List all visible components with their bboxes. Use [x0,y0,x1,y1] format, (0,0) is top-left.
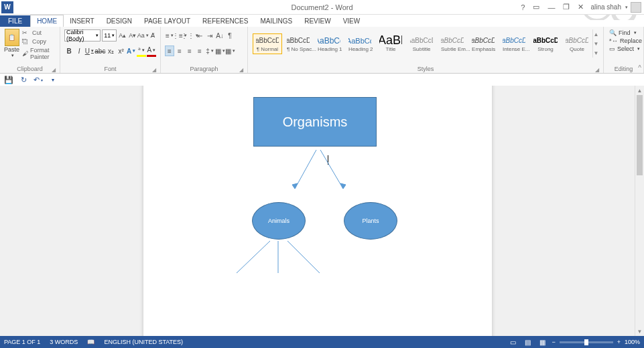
status-words[interactable]: 3 WORDS [50,339,78,345]
find-button[interactable]: 🔍Find▾ [608,29,639,37]
format-painter-button[interactable]: 🖌Format Painter [21,46,56,61]
multilevel-list-button[interactable]: ⋮⋮▾ [185,30,194,41]
subscript-button[interactable]: x₂ [106,45,115,57]
style-item-heading-2[interactable]: AaBbCcHeading 2 [345,33,375,54]
collapse-ribbon-icon[interactable]: ^ [638,64,641,72]
style-item-subtitle[interactable]: AaBbCcDSubtitle [407,33,436,54]
save-button[interactable]: 💾 [4,75,13,84]
change-case-button[interactable]: Aa▾ [138,30,147,41]
paste-button[interactable]: 📋 Paste▾ [4,29,19,61]
grow-font-button[interactable]: A▴ [118,30,127,41]
connector-3[interactable] [283,240,324,277]
web-layout-button[interactable]: ▦ [537,337,548,347]
decrease-indent-button[interactable]: ⇤ [195,30,204,41]
style-item-strong[interactable]: AaBbCcDdStrong [530,33,561,54]
style-item-emphasis[interactable]: AaBbCcDdEmphasis [468,33,498,54]
style-item-intense-e-[interactable]: AaBbCcDdIntense E... [499,33,529,54]
style-item-quote[interactable]: AaBbCcDdQuote [562,33,592,54]
copy-button[interactable]: ⿻Copy [21,37,56,46]
select-label: Select [617,46,634,52]
restore-icon[interactable]: ❐ [562,3,571,11]
tab-references[interactable]: REFERENCES [196,15,254,27]
paragraph-launcher[interactable]: ◢ [239,67,243,73]
tab-review[interactable]: REVIEW [298,15,336,27]
clipboard-launcher[interactable]: ◢ [52,67,56,73]
styles-scroll-down[interactable]: ▼ [593,39,599,48]
connector-2[interactable] [275,240,281,277]
tab-file[interactable]: FILE [0,15,30,27]
superscript-button[interactable]: x² [117,45,126,57]
scroll-thumb[interactable] [637,95,643,175]
help-icon[interactable]: ? [519,3,526,11]
styles-expand[interactable]: ▼ [593,48,599,58]
zoom-slider-thumb[interactable] [584,339,588,345]
style-item-subtle-em-[interactable]: AaBbCcDdSubtle Em... [438,33,467,54]
tab-page-layout[interactable]: PAGE LAYOUT [138,15,196,27]
underline-button[interactable]: U▾ [84,45,94,57]
shape-plants[interactable]: Plants [344,202,397,240]
clear-formatting-button[interactable]: A̸ [149,30,156,41]
zoom-slider[interactable] [560,341,613,343]
shape-organisms[interactable]: Organisms [253,97,377,147]
shape-animals[interactable]: Animals [252,202,306,240]
bold-button[interactable]: B [64,45,74,57]
style-item-title[interactable]: AaBlTitle [376,33,405,54]
style-preview: AaBbCcDd [472,35,495,46]
tab-insert[interactable]: INSERT [64,15,101,27]
italic-button[interactable]: I [74,45,84,57]
styles-scroll-up[interactable]: ▲ [593,29,599,39]
strikethrough-button[interactable]: abc [94,45,105,57]
cut-button[interactable]: ✂Cut [21,29,56,37]
font-size-combo[interactable]: 11▾ [102,29,117,41]
qat-customize-button[interactable]: ▾ [48,75,58,84]
shrink-font-button[interactable]: A▾ [128,30,137,41]
style-item-heading-1[interactable]: AaBbCcHeading 1 [314,33,344,54]
ribbon-options-icon[interactable]: ▭ [531,3,541,11]
text-effects-button[interactable]: A▾ [127,45,136,57]
undo-button[interactable]: ↶▾ [34,75,43,84]
scroll-up-button[interactable]: ▲ [635,86,644,95]
tab-home[interactable]: HOME [30,15,64,27]
tab-design[interactable]: DESIGN [101,15,138,27]
status-language[interactable]: ENGLISH (UNITED STATES) [104,339,183,345]
select-button[interactable]: ▭Select▾ [608,45,639,53]
status-page[interactable]: PAGE 1 OF 1 [4,339,40,345]
align-left-button[interactable]: ≡ [165,46,174,56]
connector-1[interactable] [234,240,274,277]
zoom-out-button[interactable]: − [552,339,555,345]
align-center-button[interactable]: ≡ [175,46,184,56]
zoom-in-button[interactable]: + [617,339,621,345]
shading-button[interactable]: ▦▾ [215,46,224,56]
close-icon[interactable]: ✕ [576,3,585,11]
line-spacing-button[interactable]: ‡▾ [205,46,214,56]
justify-button[interactable]: ≡ [195,46,204,56]
font-size-value: 11 [104,32,111,39]
style-item--normal[interactable]: AaBbCcDd¶ Normal [253,33,282,54]
status-proofing-icon[interactable]: 📖 [87,339,94,345]
font-name-combo[interactable]: Calibri (Body)▾ [64,29,101,41]
tab-view[interactable]: VIEW [337,15,367,27]
styles-launcher[interactable]: ◢ [595,67,599,73]
shape-organisms-label: Organisms [283,114,348,130]
tab-mailings[interactable]: MAILINGS [254,15,298,27]
replace-button[interactable]: ᵃ↔Replace [608,37,639,45]
arrow-to-plants[interactable] [316,149,350,195]
show-marks-button[interactable]: ¶ [225,30,235,41]
font-color-button[interactable]: A▾ [147,45,156,57]
zoom-level[interactable]: 100% [625,339,640,345]
style-item--no-spac-[interactable]: AaBbCcDd¶ No Spac... [283,33,313,54]
borders-button[interactable]: ▦▾ [225,46,235,56]
vertical-scrollbar[interactable]: ▲ ▼ [635,86,644,336]
font-launcher[interactable]: ◢ [152,67,156,73]
user-account[interactable]: alina shah▾ [590,2,641,13]
copy-label: Copy [32,38,46,45]
highlight-button[interactable]: ᵃ▾ [137,45,146,57]
minimize-icon[interactable]: — [546,3,556,11]
repeat-button[interactable]: ↻ [19,75,28,84]
align-right-button[interactable]: ≡ [185,46,194,56]
increase-indent-button[interactable]: ⇥ [205,30,214,41]
scroll-down-button[interactable]: ▼ [635,327,644,336]
sort-button[interactable]: A↓ [215,30,224,41]
read-mode-button[interactable]: ▭ [507,337,518,347]
print-layout-button[interactable]: ▤ [522,337,533,347]
